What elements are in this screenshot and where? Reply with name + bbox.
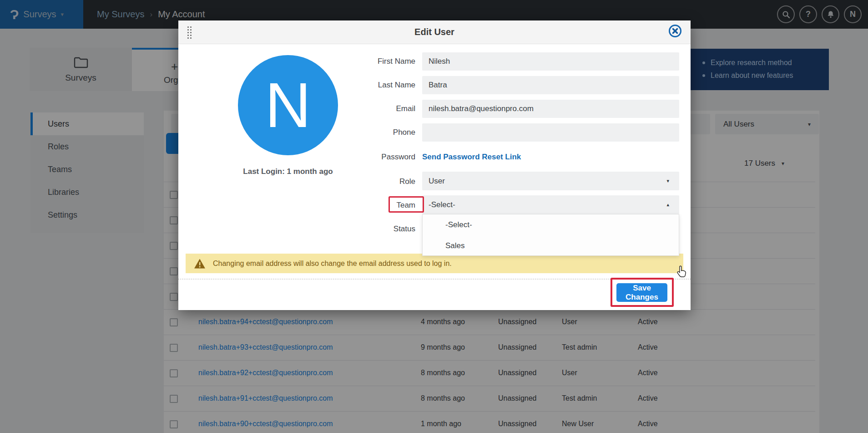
last-name-field[interactable] [422,76,679,94]
team-select-value: -Select- [429,200,455,209]
last-login-text: Last Login: 1 month ago [233,167,343,176]
close-button[interactable] [668,24,682,38]
role-label: Role [333,177,415,186]
edit-user-modal: Edit User N Last Login: 1 month ago Firs… [178,20,691,310]
last-name-label: Last Name [333,81,415,90]
phone-label: Phone [333,128,415,137]
role-select[interactable]: User ▾ [422,172,679,190]
user-avatar: N [238,55,338,155]
modal-title: Edit User [178,27,691,37]
email-change-warning: Changing email address will also change … [186,254,683,273]
first-name-label: First Name [333,57,415,66]
email-label: Email [333,104,415,113]
status-label: Status [333,224,415,234]
email-field[interactable] [422,100,679,118]
warning-text: Changing email address will also change … [213,260,452,268]
first-name-field[interactable] [422,52,679,71]
avatar-initial: N [265,68,311,142]
close-icon [668,24,682,38]
warning-icon [194,258,206,269]
team-select[interactable]: -Select- ▴ [422,195,679,214]
phone-field[interactable] [422,123,679,142]
footer-divider [178,279,691,280]
team-option-sales[interactable]: Sales [423,235,679,256]
team-dropdown-menu: -Select- Sales [422,214,679,256]
team-label: Team [333,201,415,210]
role-select-value: User [429,177,445,186]
save-changes-button[interactable]: Save Changes [616,283,667,302]
app-root: Ɂ Surveys ▾ My Surveys › My Account ? N [0,0,868,433]
send-password-reset-link[interactable]: Send Password Reset Link [422,153,521,162]
chevron-up-icon: ▴ [666,202,669,208]
chevron-down-icon: ▾ [666,178,669,184]
modal-header: Edit User [178,20,691,44]
password-label: Password [333,153,415,162]
team-option-select[interactable]: -Select- [423,214,679,235]
